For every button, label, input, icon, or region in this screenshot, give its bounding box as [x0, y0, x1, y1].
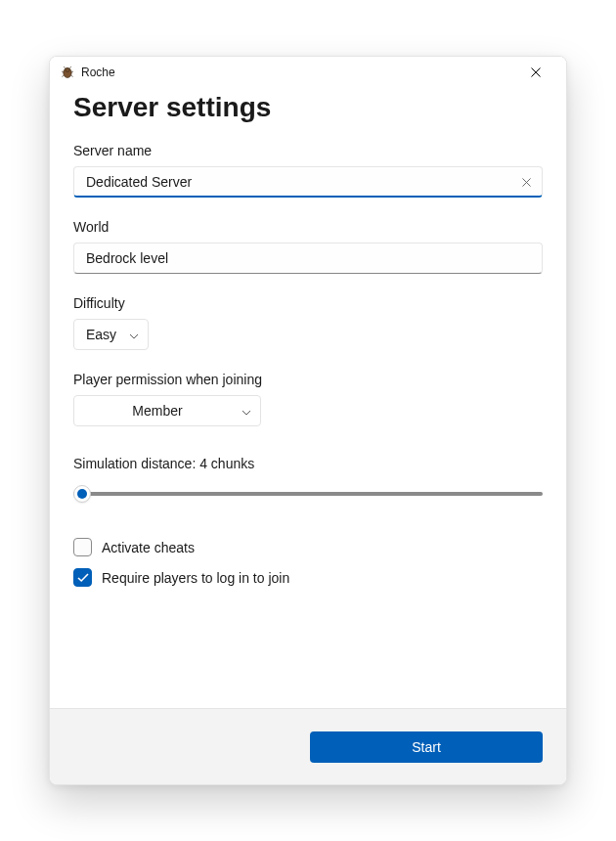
difficulty-field: Difficulty Easy	[73, 295, 543, 350]
window-title: Roche	[81, 66, 513, 79]
svg-line-3	[69, 66, 71, 68]
activate-cheats-checkbox[interactable]	[73, 538, 92, 556]
start-button[interactable]: Start	[310, 731, 543, 763]
close-icon	[531, 67, 541, 77]
content-area: Server settings Server name World Diffic…	[50, 88, 566, 708]
simulation-distance-label: Simulation distance: 4 chunks	[73, 456, 543, 471]
permission-label: Player permission when joining	[73, 372, 543, 387]
server-name-input[interactable]	[73, 166, 543, 198]
clear-icon	[522, 178, 531, 187]
difficulty-select-wrap: Easy	[73, 319, 149, 350]
titlebar: Roche	[50, 57, 566, 88]
slider-thumb-inner	[77, 489, 87, 499]
server-name-field: Server name	[73, 143, 543, 198]
svg-line-2	[64, 66, 66, 68]
app-window: Roche Server settings Server name World	[49, 56, 567, 785]
clear-server-name-button[interactable]	[515, 171, 537, 193]
require-login-checkbox[interactable]	[73, 568, 92, 587]
activate-cheats-row[interactable]: Activate cheats	[73, 538, 543, 556]
simulation-distance-slider[interactable]	[73, 485, 543, 503]
slider-thumb[interactable]	[73, 485, 91, 503]
simulation-distance-field: Simulation distance: 4 chunks	[73, 456, 543, 503]
require-login-label: Require players to log in to join	[102, 570, 289, 586]
world-field: World	[73, 219, 543, 274]
svg-line-7	[71, 75, 73, 77]
page-title: Server settings	[73, 92, 543, 123]
svg-line-6	[62, 75, 64, 77]
server-name-textbox	[73, 166, 543, 198]
difficulty-label: Difficulty	[73, 295, 543, 311]
check-icon	[77, 573, 89, 583]
world-input[interactable]	[73, 243, 543, 274]
slider-rail	[73, 492, 543, 496]
svg-point-1	[66, 68, 69, 72]
difficulty-select[interactable]: Easy	[73, 319, 149, 350]
permission-select[interactable]: Member	[73, 395, 261, 426]
world-textbox	[73, 243, 543, 274]
activate-cheats-label: Activate cheats	[102, 540, 195, 555]
app-icon	[60, 65, 75, 80]
require-login-row[interactable]: Require players to log in to join	[73, 568, 543, 587]
permission-select-wrap: Member	[73, 395, 261, 426]
window-close-button[interactable]	[513, 58, 558, 87]
server-name-label: Server name	[73, 143, 543, 158]
world-label: World	[73, 219, 543, 235]
permission-field: Player permission when joining Member	[73, 372, 543, 426]
footer: Start	[50, 708, 566, 784]
